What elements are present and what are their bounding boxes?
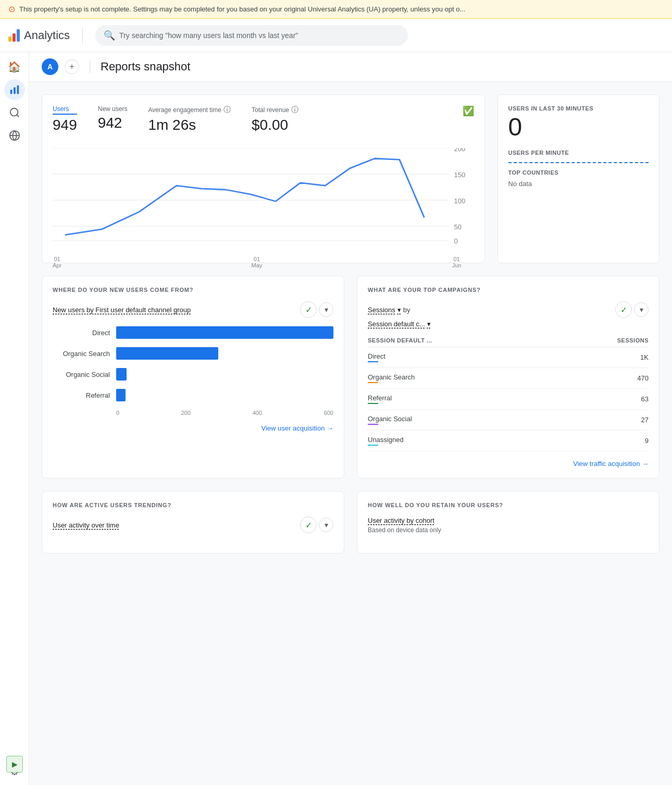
metrics-flex: Users 949 New users 942 Average engageme… — [53, 105, 474, 144]
main-metrics-card: Users 949 New users 942 Average engageme… — [42, 94, 485, 263]
top-countries-title: TOP COUNTRIES — [508, 169, 649, 176]
bar-fill-organic-search — [116, 347, 218, 360]
row-value-unassigned: 9 — [645, 437, 649, 445]
x-label-may: 01 May — [252, 256, 263, 268]
campaigns-section-title: WHAT ARE YOUR TOP CAMPAIGNS? — [368, 287, 649, 293]
new-users-dropdown-header: New users by First user default channel … — [53, 301, 333, 318]
svg-rect-0 — [10, 90, 12, 94]
total-revenue-info-icon[interactable]: ⓘ — [291, 105, 298, 115]
bar-fill-referral — [116, 389, 126, 401]
user-activity-dropdown[interactable]: User activity over time — [53, 521, 119, 529]
no-data-text: No data — [508, 180, 649, 188]
sidebar-item-explore[interactable] — [4, 102, 25, 123]
view-traffic-acquisition-link[interactable]: View traffic acquisition → — [368, 460, 649, 468]
row-value-organic-social: 27 — [641, 416, 649, 424]
search-bar[interactable]: 🔍 Try searching "how many users last mon… — [95, 25, 408, 46]
bar-chart: Direct Organic Search Orga — [53, 326, 333, 416]
table-row-referral: Referral 63 — [368, 389, 649, 410]
nav-toggle-button[interactable]: ▶ — [6, 756, 23, 772]
add-property-button[interactable]: + — [65, 59, 79, 74]
x-label-may-month: May — [252, 262, 263, 268]
new-users-section-title: WHERE DO YOUR NEW USERS COME FROM? — [53, 287, 333, 293]
search-placeholder: Try searching "how many users last month… — [119, 31, 298, 40]
bottom-row: HOW ARE ACTIVE USERS TRENDING? User acti… — [42, 491, 659, 554]
sessions-dropdown[interactable]: Sessions ▾ — [368, 306, 401, 314]
campaign-check-icon: ✓ — [620, 305, 627, 315]
x-label-apr-month: Apr — [53, 262, 61, 268]
cohort-dropdown[interactable]: User activity by cohort — [368, 517, 649, 524]
avg-engagement-label: Average engagement time ⓘ — [148, 105, 231, 115]
bar-label-direct: Direct — [53, 329, 110, 337]
chart-x-labels: 01 Apr 01 May 01 Jun — [53, 254, 474, 268]
x-label-apr-day: 01 — [53, 256, 61, 262]
axis-label-0: 0 — [116, 410, 119, 416]
bar-row-direct: Direct — [53, 326, 333, 339]
campaign-controls: ✓ ▾ — [615, 301, 649, 318]
property-badge[interactable]: A — [42, 58, 58, 75]
warning-text: This property's setup is not complete. S… — [19, 5, 465, 13]
new-users-caret-btn[interactable]: ▾ — [319, 302, 333, 317]
metrics-check-icon[interactable]: ✅ — [463, 105, 474, 117]
bar-fill-direct — [116, 326, 333, 339]
total-revenue-metric: Total revenue ⓘ $0.00 — [252, 105, 298, 133]
bar-fill-organic-social — [116, 368, 127, 381]
campaign-check-btn[interactable]: ✓ — [615, 301, 632, 318]
app-title: Analytics — [24, 29, 70, 42]
x-label-jun-day: 01 — [452, 256, 462, 262]
active-users-caret-btn[interactable]: ▾ — [319, 518, 333, 532]
svg-line-4 — [17, 115, 19, 117]
view-user-acquisition-link[interactable]: View user acquisition → — [53, 424, 333, 432]
svg-rect-2 — [17, 85, 19, 94]
realtime-card: USERS IN LAST 30 MINUTES 0 USERS PER MIN… — [497, 94, 660, 263]
users-label[interactable]: Users — [53, 105, 77, 115]
campaign-label-group: Sessions ▾ by — [368, 306, 410, 314]
svg-text:200: 200 — [454, 148, 465, 152]
realtime-users-value: 0 — [508, 114, 649, 141]
active-check-icon: ✓ — [305, 520, 312, 530]
x-label-apr: 01 Apr — [53, 256, 61, 268]
x-label-jun-month: Jun — [452, 262, 462, 268]
metrics-row: Users 949 New users 942 Average engageme… — [42, 94, 659, 263]
table-row-organic-search: Organic Search 470 — [368, 368, 649, 389]
metrics-header: Users 949 New users 942 Average engageme… — [53, 105, 298, 133]
campaign-dropdown: Sessions ▾ by ✓ ▾ — [368, 301, 649, 328]
bar-row-referral: Referral — [53, 389, 333, 401]
col-header-sessions: SESSIONS — [617, 337, 649, 344]
svg-rect-1 — [14, 87, 16, 94]
new-users-label[interactable]: New users — [98, 105, 128, 113]
active-users-card: HOW ARE ACTIVE USERS TRENDING? User acti… — [42, 491, 344, 554]
new-users-value: 942 — [98, 115, 128, 131]
svg-point-3 — [10, 108, 18, 116]
row-name-referral: Referral — [368, 394, 392, 404]
session-default-dropdown[interactable]: Session default c... ▾ — [368, 320, 649, 328]
bar-track-referral — [116, 389, 333, 401]
table-row-direct: Direct 1K — [368, 347, 649, 368]
new-users-dropdown-label[interactable]: New users by First user default channel … — [53, 306, 191, 314]
total-revenue-label: Total revenue ⓘ — [252, 105, 298, 115]
new-users-check-btn[interactable]: ✓ — [300, 301, 317, 318]
bar-track-organic-social — [116, 368, 333, 381]
line-chart: 200 150 100 50 0 01 Apr 0 — [53, 148, 474, 252]
bar-row-organic-search: Organic Search — [53, 347, 333, 360]
row-indicator-unassigned — [368, 445, 378, 446]
row-name-organic-search: Organic Search — [368, 373, 415, 383]
avg-engagement-info-icon[interactable]: ⓘ — [223, 105, 231, 115]
campaign-caret-btn[interactable]: ▾ — [634, 302, 649, 317]
retention-card: HOW WELL DO YOU RETAIN YOUR USERS? User … — [357, 491, 659, 554]
active-users-section-title: HOW ARE ACTIVE USERS TRENDING? — [53, 502, 333, 508]
svg-text:150: 150 — [454, 171, 465, 179]
sidebar-item-reports[interactable] — [4, 79, 25, 100]
sidebar-item-home[interactable]: 🏠 — [4, 56, 25, 77]
users-value: 949 — [53, 117, 77, 133]
total-revenue-value: $0.00 — [252, 117, 298, 133]
new-users-controls: ✓ ▾ — [300, 301, 333, 318]
middle-row: WHERE DO YOUR NEW USERS COME FROM? New u… — [42, 276, 659, 479]
sidebar-item-advertising[interactable] — [4, 125, 25, 146]
page-title: Reports snapshot — [101, 60, 190, 73]
bar-label-organic-social: Organic Social — [53, 371, 110, 378]
active-users-check-btn[interactable]: ✓ — [300, 517, 317, 533]
bar-axis: 0 200 400 600 — [53, 410, 333, 416]
svg-text:50: 50 — [454, 224, 462, 231]
bar-label-organic-search: Organic Search — [53, 350, 110, 358]
session-default-caret-icon: ▾ — [427, 320, 431, 328]
